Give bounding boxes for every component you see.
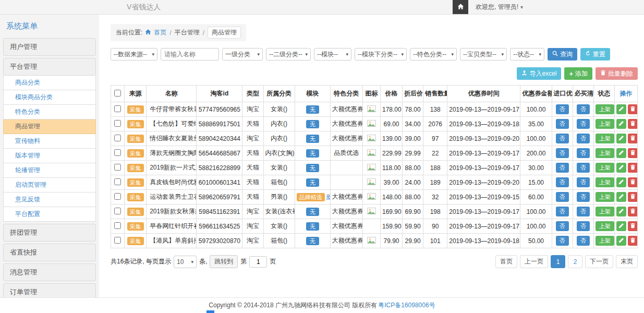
- reset-button[interactable]: 重置: [580, 48, 610, 61]
- edit-button[interactable]: [616, 221, 626, 231]
- must-buy-toggle[interactable]: 否: [577, 207, 590, 216]
- import-excel-button[interactable]: 导入excel: [517, 67, 561, 80]
- must-buy-toggle[interactable]: 否: [577, 192, 590, 202]
- row-checkbox[interactable]: [114, 135, 121, 141]
- scrollbar-thumb[interactable]: [206, 310, 214, 313]
- import-select-toggle[interactable]: 否: [556, 119, 569, 129]
- status-toggle[interactable]: 上架: [596, 236, 614, 246]
- edit-button[interactable]: [616, 177, 626, 187]
- delete-button[interactable]: [628, 192, 638, 202]
- module-sub-category-select[interactable]: --模块下分类--▾: [355, 48, 407, 61]
- sidebar-group-item[interactable]: 消息管理: [3, 263, 96, 281]
- data-source-select[interactable]: --数据来源--▾: [111, 48, 157, 61]
- jump-button[interactable]: 跳转到: [210, 255, 238, 268]
- import-select-toggle[interactable]: 否: [556, 163, 569, 173]
- row-checkbox[interactable]: [114, 149, 121, 156]
- delete-button[interactable]: [628, 134, 638, 143]
- module-select[interactable]: --模块--▾: [314, 48, 351, 61]
- sidebar-sub-item[interactable]: 宣传物料: [3, 134, 96, 149]
- delete-button[interactable]: [628, 104, 638, 114]
- sidebar-group-item[interactable]: 平台管理: [3, 58, 96, 76]
- edit-button[interactable]: [616, 119, 626, 129]
- import-select-toggle[interactable]: 否: [556, 236, 569, 246]
- item-type-select[interactable]: --宝贝类型--▾: [460, 48, 507, 61]
- must-buy-toggle[interactable]: 否: [577, 134, 590, 143]
- sidebar-sub-item[interactable]: 启动页管理: [3, 178, 96, 192]
- status-select[interactable]: --状态--▾: [510, 48, 544, 61]
- sidebar-sub-item[interactable]: 意见反馈: [3, 192, 96, 207]
- search-button[interactable]: 查询: [548, 48, 577, 61]
- add-button[interactable]: + 添加: [564, 67, 592, 80]
- edit-button[interactable]: [616, 104, 626, 114]
- featured-category-select[interactable]: --特色分类--▾: [410, 48, 457, 61]
- status-toggle[interactable]: 上架: [596, 148, 614, 158]
- user-menu[interactable]: 欢迎您, 管理员! ▾: [476, 3, 523, 11]
- status-toggle[interactable]: 上架: [596, 163, 614, 173]
- icp-link[interactable]: 粤ICP备16098006号: [378, 301, 435, 310]
- page-button-nav[interactable]: 上一页: [520, 255, 548, 268]
- per-page-select[interactable]: 10 ▾: [174, 256, 197, 268]
- page-button-nav[interactable]: 首页: [495, 255, 517, 268]
- status-toggle[interactable]: 上架: [596, 104, 614, 114]
- import-select-toggle[interactable]: 否: [556, 207, 569, 216]
- status-toggle[interactable]: 上架: [596, 221, 614, 231]
- sidebar-group-item[interactable]: 省直快报: [3, 244, 96, 261]
- row-checkbox[interactable]: [114, 222, 121, 229]
- delete-button[interactable]: [628, 148, 638, 158]
- sidebar-sub-item[interactable]: 平台配置: [3, 207, 96, 222]
- must-buy-toggle[interactable]: 否: [577, 148, 590, 158]
- sidebar-sub-item[interactable]: 商品管理: [3, 119, 96, 134]
- must-buy-toggle[interactable]: 否: [577, 236, 590, 246]
- edit-button[interactable]: [616, 236, 626, 246]
- import-select-toggle[interactable]: 否: [556, 221, 569, 231]
- status-toggle[interactable]: 上架: [596, 177, 614, 187]
- page-button-nav[interactable]: 末页: [616, 255, 638, 268]
- row-checkbox[interactable]: [114, 105, 121, 112]
- delete-button[interactable]: [628, 207, 638, 216]
- delete-button[interactable]: [628, 221, 638, 231]
- sidebar-sub-item[interactable]: 轮播管理: [3, 163, 96, 178]
- import-select-toggle[interactable]: 否: [556, 192, 569, 202]
- must-buy-toggle[interactable]: 否: [577, 177, 590, 187]
- page-button-nav[interactable]: 下一页: [585, 255, 613, 268]
- page-button-page-2[interactable]: 2: [568, 255, 582, 268]
- must-buy-toggle[interactable]: 否: [577, 104, 590, 114]
- row-checkbox[interactable]: [114, 164, 121, 171]
- row-checkbox[interactable]: [114, 237, 121, 244]
- delete-button[interactable]: [628, 119, 638, 129]
- row-checkbox[interactable]: [114, 120, 121, 127]
- sidebar-group-item[interactable]: 订单管理: [3, 283, 96, 297]
- sidebar-group-item[interactable]: 拼团管理: [3, 224, 96, 242]
- breadcrumb-home-link[interactable]: 首页: [154, 28, 166, 37]
- status-toggle[interactable]: 上架: [596, 207, 614, 216]
- select-all-checkbox[interactable]: [114, 90, 121, 97]
- batch-delete-button[interactable]: 批量删除: [596, 67, 638, 80]
- sidebar-sub-item[interactable]: 特色分类: [3, 105, 96, 119]
- level2-category-select[interactable]: --二级分类--▾: [266, 48, 311, 61]
- edit-button[interactable]: [616, 207, 626, 216]
- import-select-toggle[interactable]: 否: [556, 148, 569, 158]
- row-checkbox[interactable]: [114, 193, 121, 200]
- sidebar-sub-item[interactable]: 商品分类: [3, 76, 96, 90]
- page-button-page-1[interactable]: 1: [551, 255, 565, 268]
- sidebar-group-item[interactable]: 用户管理: [3, 38, 96, 56]
- edit-button[interactable]: [616, 148, 626, 158]
- must-buy-toggle[interactable]: 否: [577, 119, 590, 129]
- import-select-toggle[interactable]: 否: [556, 177, 569, 187]
- import-select-toggle[interactable]: 否: [556, 104, 569, 114]
- edit-button[interactable]: [616, 134, 626, 143]
- sidebar-sub-item[interactable]: 模块商品分类: [3, 90, 96, 105]
- home-button[interactable]: [453, 0, 468, 14]
- import-select-toggle[interactable]: 否: [556, 134, 569, 143]
- must-buy-toggle[interactable]: 否: [577, 221, 590, 231]
- name-input[interactable]: [161, 48, 219, 61]
- row-checkbox[interactable]: [114, 178, 121, 185]
- edit-button[interactable]: [616, 163, 626, 173]
- sidebar-sub-item[interactable]: 版本管理: [3, 149, 96, 163]
- status-toggle[interactable]: 上架: [596, 119, 614, 129]
- edit-button[interactable]: [616, 192, 626, 202]
- delete-button[interactable]: [628, 236, 638, 246]
- delete-button[interactable]: [628, 163, 638, 173]
- status-toggle[interactable]: 上架: [596, 134, 614, 143]
- status-toggle[interactable]: 上架: [596, 192, 614, 202]
